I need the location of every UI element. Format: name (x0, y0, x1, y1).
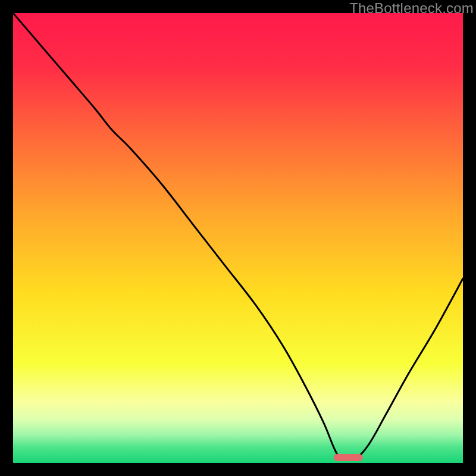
watermark-text: TheBottleneck.com (349, 0, 474, 17)
bottleneck-chart (13, 13, 463, 463)
optimal-zone-marker (334, 454, 363, 461)
chart-frame (13, 13, 463, 463)
